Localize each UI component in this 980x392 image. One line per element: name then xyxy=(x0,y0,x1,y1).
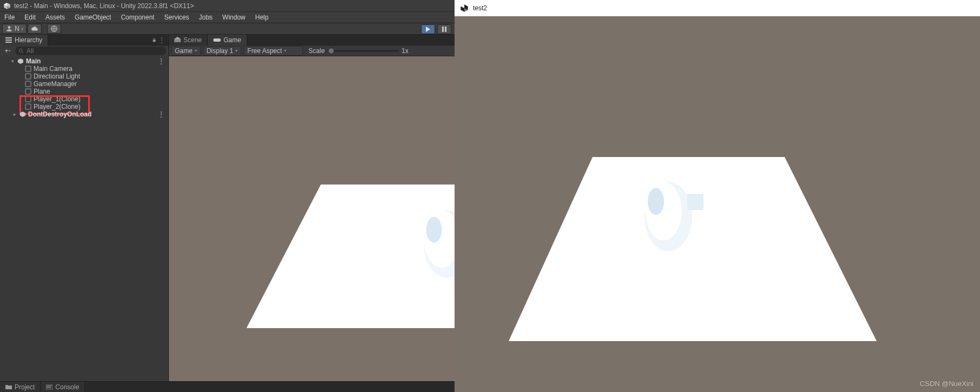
svg-point-41 xyxy=(648,188,664,215)
gameobject-icon xyxy=(25,96,31,102)
game-window-body[interactable] xyxy=(455,16,980,392)
svg-point-12 xyxy=(19,49,22,52)
scene-tab-label: Scene xyxy=(183,36,202,44)
title-bar: test2 - Main - Windows, Mac, Linux - Uni… xyxy=(0,0,455,12)
svg-rect-8 xyxy=(5,37,12,38)
display-dropdown[interactable]: Display 1▾ xyxy=(203,46,241,56)
hierarchy-tree[interactable]: ▾ Main ⋮ Main Camera Directional Light G… xyxy=(0,56,168,381)
dont-destroy-row[interactable]: ▸ DontDestroyOnLoad ⋮ xyxy=(0,110,168,118)
project-tab-label: Project xyxy=(15,383,35,391)
hierarchy-search-input[interactable] xyxy=(27,47,163,55)
game-render-standalone xyxy=(455,16,980,392)
play-button[interactable] xyxy=(421,24,435,34)
menu-services[interactable]: Services xyxy=(164,14,189,21)
svg-rect-11 xyxy=(153,40,156,42)
cloud-icon xyxy=(31,25,38,32)
gameobject-icon xyxy=(25,81,31,87)
hierarchy-panel: Hierarchy ⋮ +▾ xyxy=(0,35,169,381)
watermark: CSDN @NueXini xyxy=(920,380,974,388)
scene-tab[interactable]: Scene xyxy=(169,35,208,45)
hierarchy-tab[interactable]: Hierarchy xyxy=(0,35,48,45)
gamepad-icon xyxy=(213,37,221,43)
caret-icon[interactable]: ▸ xyxy=(12,112,17,117)
game-view[interactable] xyxy=(169,56,455,381)
hierarchy-item[interactable]: Player_2(Clone) xyxy=(0,103,168,110)
svg-marker-14 xyxy=(18,58,23,64)
store-button[interactable] xyxy=(47,24,61,34)
menu-window[interactable]: Window xyxy=(222,14,246,21)
main-toolbar: N ▾ xyxy=(0,23,455,35)
menu-gameobject[interactable]: GameObject xyxy=(75,14,111,21)
scale-slider[interactable] xyxy=(328,50,398,52)
hierarchy-item[interactable]: Plane xyxy=(0,88,168,95)
hierarchy-icon xyxy=(5,37,12,43)
hierarchy-item-label: Main Camera xyxy=(34,65,73,73)
scale-label: Scale xyxy=(308,47,325,55)
svg-rect-15 xyxy=(25,66,31,71)
scene-kebab[interactable]: ⋮ xyxy=(158,110,165,118)
game-tab[interactable]: Game xyxy=(208,35,247,45)
hierarchy-item[interactable]: Directional Light xyxy=(0,73,168,80)
pause-button[interactable] xyxy=(437,24,451,34)
dont-destroy-label: DontDestroyOnLoad xyxy=(28,110,91,118)
hierarchy-item-label: GameManager xyxy=(34,80,77,88)
svg-marker-21 xyxy=(20,112,25,117)
hierarchy-item[interactable]: GameManager xyxy=(0,80,168,88)
account-icon xyxy=(5,25,13,32)
scale-thumb[interactable] xyxy=(328,48,334,54)
svg-rect-6 xyxy=(442,27,444,32)
scale-value: 1x xyxy=(402,47,409,55)
unity-scene-icon xyxy=(17,58,24,64)
svg-rect-9 xyxy=(5,40,12,41)
account-label: N xyxy=(15,25,19,32)
scene-row[interactable]: ▾ Main ⋮ xyxy=(0,57,168,65)
panel-menu-button[interactable]: ⋮ xyxy=(152,37,168,43)
scene-kebab[interactable]: ⋮ xyxy=(158,57,165,65)
svg-rect-31 xyxy=(47,386,52,386)
hierarchy-item[interactable]: Player_1(Clone) xyxy=(0,95,168,103)
standalone-game-window: test2 CSDN @NueXini xyxy=(455,0,980,392)
menu-jobs[interactable]: Jobs xyxy=(199,14,212,21)
menu-assets[interactable]: Assets xyxy=(45,14,65,21)
create-button[interactable]: +▾ xyxy=(2,47,13,55)
aspect-dropdown[interactable]: Free Aspect▾ xyxy=(244,46,303,56)
game-dropdown[interactable]: Game▾ xyxy=(171,46,201,56)
hierarchy-item-label: Directional Light xyxy=(34,73,80,80)
display-dd-label: Display 1 xyxy=(207,47,233,55)
menu-help[interactable]: Help xyxy=(255,14,269,21)
menu-file[interactable]: File xyxy=(4,14,15,21)
play-controls xyxy=(421,24,452,34)
pause-icon xyxy=(442,27,447,32)
caret-icon[interactable]: ▾ xyxy=(10,58,15,64)
menu-component[interactable]: Component xyxy=(121,14,154,21)
svg-rect-20 xyxy=(25,104,31,109)
project-tab[interactable]: Project xyxy=(0,382,41,392)
unity-logo-icon xyxy=(3,2,11,10)
console-tab[interactable]: Console xyxy=(41,382,85,392)
svg-marker-22 xyxy=(174,37,181,39)
gameobject-icon xyxy=(25,103,31,110)
svg-rect-19 xyxy=(25,96,31,102)
globe-icon xyxy=(50,25,58,32)
console-tab-label: Console xyxy=(55,383,79,391)
console-icon xyxy=(46,384,52,390)
gameobject-icon xyxy=(25,66,31,72)
svg-marker-5 xyxy=(426,27,430,32)
cloud-button[interactable] xyxy=(28,24,42,34)
play-icon xyxy=(425,27,431,32)
hierarchy-item-label: Plane xyxy=(34,88,50,95)
game-dd-label: Game xyxy=(175,47,193,55)
hierarchy-tab-label: Hierarchy xyxy=(15,36,42,44)
game-tab-label: Game xyxy=(223,36,241,44)
svg-rect-7 xyxy=(445,27,446,32)
folder-icon xyxy=(5,384,12,390)
scene-label: Main xyxy=(26,57,41,65)
svg-rect-10 xyxy=(5,42,12,43)
hierarchy-search[interactable] xyxy=(15,47,166,55)
hierarchy-item[interactable]: Main Camera xyxy=(0,65,168,73)
menu-edit[interactable]: Edit xyxy=(24,14,36,21)
view-area: Scene Game Game▾ Display 1▾ Free Aspect▾… xyxy=(169,35,455,381)
svg-rect-16 xyxy=(25,74,31,79)
game-window-titlebar[interactable]: test2 xyxy=(455,0,980,16)
account-button[interactable]: N ▾ xyxy=(2,24,27,34)
